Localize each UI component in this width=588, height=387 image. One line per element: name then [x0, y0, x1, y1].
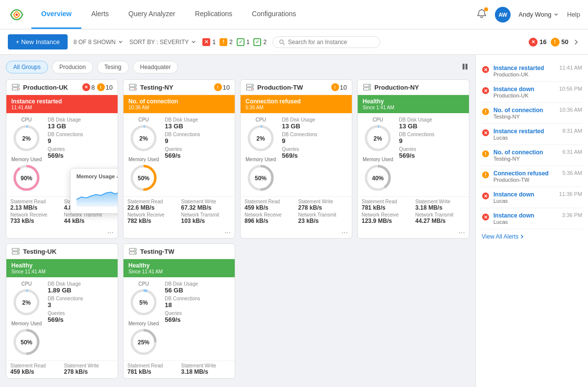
alert-content: Instance down Lucas: [493, 191, 555, 204]
server-icon: [11, 83, 20, 92]
svg-text:90%: 90%: [21, 175, 32, 182]
metrics-right-testing-ny: DB Disk Usage13 GB DB Connections9 Queri…: [163, 117, 230, 193]
alert-sub: Production-UK: [493, 72, 556, 77]
group-tab-producion[interactable]: Producion: [52, 61, 93, 73]
alert-time: 5:36 AM: [563, 170, 582, 176]
group-tab-headquater[interactable]: Headquater: [133, 61, 178, 73]
card-testing-tw: Testing-TW Healthy Since 11:41 AM CPU: [123, 243, 235, 379]
more-dots-ny[interactable]: ···: [224, 228, 231, 237]
card-warn-icon-tw: !: [331, 83, 339, 91]
alert-type-icon: ✕: [482, 213, 490, 221]
svg-text:2%: 2%: [139, 135, 148, 142]
card-badges-testing-ny: ! 10: [214, 83, 230, 91]
memory-gauge-testing-tw: Memory Used 25%: [128, 321, 159, 357]
card-warn-icon-ny: !: [214, 83, 222, 91]
search-box[interactable]: [272, 36, 380, 48]
alert-type-icon: ✕: [482, 129, 490, 137]
ok-badge[interactable]: ✓ 1: [237, 38, 250, 46]
instance-grid-row1: Production-UK ✕ 8 ! 10 Instance restarte…: [6, 79, 469, 239]
card-footer-testing-ny: Statement Read22.6 MB/s Statement Write6…: [123, 196, 235, 227]
alert-item: ✕ Instance restarted Production-UK 11:41…: [482, 61, 582, 82]
card-title-testing-tw: Testing-TW: [140, 248, 174, 255]
view-all-alerts[interactable]: View All Alerts: [482, 233, 582, 240]
cpu-gauge-testing-tw: CPU 5%: [129, 281, 158, 317]
card-production-tw: Production-TW ! 10 Connection refused 5:…: [240, 79, 352, 239]
alert-type-icon: !: [482, 150, 490, 158]
main-panel: All Groups Producion Tesing Headquater P…: [0, 55, 475, 387]
new-instance-button[interactable]: + New Instance: [8, 34, 68, 49]
more-dots-pny[interactable]: ···: [459, 228, 465, 237]
alert-content: Connection refused Production-TW: [493, 170, 559, 183]
warn-icon: !: [220, 38, 227, 46]
status-bar-testing-tw: Healthy Since 11:41 AM: [123, 259, 235, 277]
alert-title[interactable]: Instance restarted: [493, 65, 556, 72]
svg-text:✕: ✕: [484, 194, 488, 199]
toolbar-right: ✕ 16 ! 50: [529, 38, 580, 47]
svg-text:2%: 2%: [22, 135, 31, 142]
tab-alerts[interactable]: Alerts: [81, 0, 119, 29]
card-footer-testing-tw: Statement Read781 kB/s Statement Write3.…: [123, 361, 235, 378]
alert-title[interactable]: No. of connection: [493, 107, 556, 114]
search-input[interactable]: [288, 39, 374, 46]
check-badge[interactable]: ✓ 2: [253, 38, 267, 46]
cpu-gauge-testing-uk: CPU 2%: [12, 281, 41, 317]
alert-content: Instance restarted Production-UK: [493, 65, 556, 77]
tab-configurations[interactable]: Configurations: [242, 0, 306, 29]
alert-time: 10:56 PM: [559, 86, 582, 92]
alert-title[interactable]: Instance restarted: [493, 128, 559, 135]
card-more-production-tw: ···: [241, 227, 352, 238]
pause-button[interactable]: [461, 62, 469, 73]
svg-text:✕: ✕: [484, 67, 488, 73]
metrics-right-testing-tw: DB Disk Usage56 GB DB Connections18 Quer…: [163, 281, 230, 357]
card-warn-icon: !: [97, 83, 105, 91]
alert-title[interactable]: Instance down: [493, 212, 558, 219]
chevron-right-icon[interactable]: [572, 38, 580, 46]
alert-item: ! Connection refused Production-TW 5:36 …: [482, 166, 582, 187]
warn-badge-production-tw: ! 10: [331, 83, 347, 91]
warn-badge[interactable]: ! 2: [220, 38, 233, 46]
alert-type-icon: !: [482, 108, 490, 116]
bell-button[interactable]: [476, 8, 487, 21]
group-tab-all[interactable]: All Groups: [6, 61, 48, 73]
card-footer-testing-uk: Statement Read459 kB/s Statement Write27…: [6, 361, 118, 378]
svg-point-1: [280, 40, 283, 43]
alert-content: Instance restarted Lucas: [493, 128, 559, 141]
memory-chart: [76, 182, 118, 207]
card-production-uk: Production-UK ✕ 8 ! 10 Instance restarte…: [6, 79, 118, 239]
alert-title[interactable]: Connection refused: [493, 170, 559, 177]
alert-item: ✕ Instance down Lucas 11:36 PM: [482, 187, 582, 208]
sort-selector[interactable]: SORT BY : SEVERITY: [129, 39, 196, 46]
card-footer-production-ny: Statement Read781 kB/s Statement Write3.…: [358, 196, 469, 227]
metrics-right-production-tw: DB Disk Usage13 GB DB Connections9 Queri…: [280, 117, 347, 193]
alert-item: ✕ Instance down Production-UK 10:56 PM: [482, 82, 582, 103]
card-header-production-ny: Production-NY: [358, 80, 469, 95]
svg-text:!: !: [485, 109, 486, 115]
svg-text:!: !: [485, 172, 486, 178]
tab-overview[interactable]: Overview: [31, 0, 81, 29]
alert-sub: Lucas: [493, 198, 555, 204]
topnav: Overview Alerts Query Analyzer Replicati…: [0, 0, 588, 29]
server-icon-ttw: [128, 247, 137, 256]
group-tab-tesing[interactable]: Tesing: [97, 61, 129, 73]
more-dots-icon[interactable]: ···: [107, 228, 114, 237]
alert-title[interactable]: Instance down: [493, 86, 555, 93]
error-badge[interactable]: ✕ 1: [202, 38, 216, 46]
server-icon-tuk: [11, 247, 20, 256]
alert-time: 10:36 AM: [560, 107, 582, 113]
card-header-production-tw: Production-TW ! 10: [241, 80, 352, 95]
alert-content: No. of connection Testing-NY: [493, 107, 556, 120]
help-button[interactable]: Help: [567, 11, 580, 18]
memory-gauge-svg: 90%: [12, 163, 41, 193]
alert-title[interactable]: No. of connection: [493, 149, 559, 156]
search-icon: [279, 39, 285, 46]
cpu-gauge-production-tw: CPU 2%: [246, 117, 275, 153]
card-more-testing-ny: ···: [123, 227, 235, 238]
tab-query-analyzer[interactable]: Query Analyzer: [119, 0, 185, 29]
svg-point-47: [17, 249, 18, 250]
alert-title[interactable]: Instance down: [493, 191, 555, 198]
more-dots-tw[interactable]: ···: [342, 228, 348, 237]
tab-replications[interactable]: Replications: [185, 0, 242, 29]
alert-item: ! No. of connection Testing-NY 10:36 AM: [482, 103, 582, 124]
alert-sub: Lucas: [493, 135, 559, 141]
ok-icon: ✓: [237, 38, 245, 46]
